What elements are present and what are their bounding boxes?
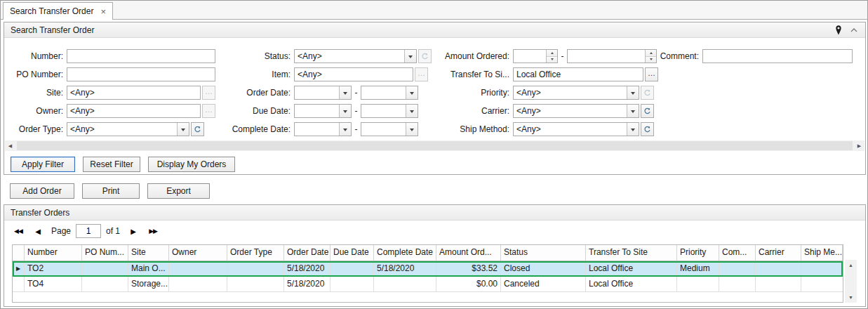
row-selector-cell: ▶ [13, 261, 25, 276]
column-header-number[interactable]: Number [25, 245, 82, 261]
range-separator: - [352, 124, 361, 134]
range-separator: - [558, 51, 567, 61]
order-date-to-select[interactable] [361, 86, 418, 100]
previous-page-button[interactable]: ◀ [29, 223, 46, 239]
item-browse-button[interactable]: … [415, 67, 428, 81]
site-field[interactable]: <Any> [67, 86, 201, 100]
column-header-carrier[interactable]: Carrier [756, 245, 801, 261]
cell-ship-method [801, 261, 843, 276]
column-header-order-type[interactable]: Order Type [227, 245, 284, 261]
cell-due-date [330, 277, 374, 291]
comment-input[interactable] [702, 49, 853, 63]
chevron-down-icon[interactable] [627, 86, 639, 99]
column-header-po-number[interactable]: PO Num... [82, 245, 128, 261]
scroll-left-icon[interactable]: ◀ [5, 140, 15, 151]
complete-date-from-select[interactable] [294, 122, 352, 136]
site-browse-button[interactable]: … [202, 86, 215, 100]
chevron-down-icon[interactable] [406, 123, 418, 136]
column-header-ship-method[interactable]: Ship Me... [801, 245, 843, 261]
amount-ordered-from-spinner[interactable] [513, 49, 558, 63]
tab-close-icon[interactable]: × [100, 7, 106, 16]
due-date-to-value [361, 105, 406, 117]
transfer-orders-panel: Transfer Orders ◀◀ ◀ Page of 1 ▶ ▶▶ Numb… [4, 204, 866, 307]
chevron-down-icon[interactable] [339, 123, 351, 136]
column-header-priority[interactable]: Priority [677, 245, 719, 261]
column-header-order-date[interactable]: Order Date [284, 245, 330, 261]
apply-filter-button[interactable]: Apply Filter [11, 157, 75, 172]
row-selector-header [13, 245, 25, 261]
last-page-button[interactable]: ▶▶ [145, 223, 161, 239]
order-type-refresh-button[interactable] [191, 122, 204, 136]
chevron-down-icon[interactable] [339, 105, 351, 117]
page-number-input[interactable] [76, 224, 101, 238]
spin-down-icon[interactable] [547, 56, 557, 63]
page-count-label: of 1 [104, 226, 122, 236]
column-header-site[interactable]: Site [128, 245, 169, 261]
comment-label: Comment: [639, 51, 702, 61]
po-number-label: PO Number: [6, 70, 67, 79]
spin-up-icon[interactable] [547, 50, 557, 56]
item-value: <Any> [298, 70, 322, 79]
chevron-down-icon[interactable] [404, 50, 416, 63]
complete-date-to-select[interactable] [361, 122, 418, 136]
table-row[interactable]: TO4 Storage... 5/18/2020 $0.00 Canceled … [13, 277, 843, 292]
owner-browse-button[interactable]: … [202, 104, 215, 118]
order-type-value: <Any> [67, 123, 177, 136]
chevron-down-icon[interactable] [406, 86, 418, 99]
first-page-button[interactable]: ◀◀ [10, 223, 27, 239]
column-header-amount-ordered[interactable]: Amount Ord... [436, 245, 501, 261]
chevron-down-icon[interactable] [339, 86, 351, 99]
ship-method-select[interactable]: <Any> [513, 122, 639, 136]
ship-method-refresh-button[interactable] [641, 122, 654, 136]
export-button[interactable]: Export [147, 183, 210, 199]
display-my-orders-button[interactable]: Display My Orders [148, 157, 235, 172]
add-order-button[interactable]: Add Order [10, 183, 74, 199]
status-refresh-button[interactable] [418, 49, 432, 63]
scroll-up-icon[interactable]: ▲ [845, 260, 857, 270]
column-header-transfer-to-site[interactable]: Transfer To Site [586, 245, 677, 261]
chevron-down-icon[interactable] [406, 105, 418, 117]
cell-order-type [227, 261, 284, 276]
priority-select[interactable]: <Any> [513, 86, 639, 100]
transfer-to-site-browse-button[interactable]: … [645, 67, 658, 81]
next-page-button[interactable]: ▶ [125, 223, 142, 239]
chevron-down-icon[interactable] [627, 105, 639, 117]
print-button[interactable]: Print [82, 183, 140, 199]
column-header-comment[interactable]: Com... [719, 245, 756, 261]
current-row-icon: ▶ [16, 266, 20, 272]
column-header-owner[interactable]: Owner [169, 245, 227, 261]
reset-filter-button[interactable]: Reset Filter [83, 157, 140, 172]
order-type-select[interactable]: <Any> [67, 122, 189, 136]
column-header-complete-date[interactable]: Complete Date [374, 245, 436, 261]
po-number-input[interactable] [67, 67, 215, 81]
due-date-from-select[interactable] [294, 104, 352, 118]
hscroll-thumb[interactable] [17, 141, 853, 150]
order-date-from-select[interactable] [294, 86, 352, 100]
scroll-right-icon[interactable]: ▶ [854, 140, 864, 151]
carrier-refresh-button[interactable] [641, 104, 654, 118]
filter-amount-ordered: Amount Ordered: - [432, 48, 657, 64]
order-date-to-value [361, 86, 406, 99]
table-vertical-scrollbar[interactable]: ▲ ▼ [845, 260, 857, 303]
chevron-down-icon[interactable] [177, 123, 189, 136]
due-date-to-select[interactable] [361, 104, 418, 118]
owner-field[interactable]: <Any> [67, 104, 201, 118]
number-input[interactable] [67, 49, 215, 63]
hscroll-track[interactable] [15, 140, 854, 151]
column-header-due-date[interactable]: Due Date [330, 245, 374, 261]
column-header-status[interactable]: Status [501, 245, 586, 261]
table-row[interactable]: ▶ TO2 Main O... 5/18/2020 5/18/2020 $33.… [13, 261, 843, 277]
collapse-panel-icon[interactable] [849, 25, 859, 36]
pin-icon[interactable] [834, 25, 843, 36]
cell-transfer-to-site: Local Office [586, 261, 677, 276]
transfer-to-site-field[interactable]: Local Office [513, 67, 643, 81]
tab-search-transfer-order[interactable]: Search Transfer Order × [3, 2, 113, 20]
chevron-down-icon[interactable] [627, 123, 639, 136]
status-select[interactable]: <Any> [294, 49, 417, 63]
carrier-select[interactable]: <Any> [513, 104, 639, 118]
priority-refresh-button[interactable] [641, 86, 654, 100]
item-field[interactable]: <Any> [294, 67, 413, 81]
filter-horizontal-scrollbar[interactable]: ◀ ▶ [5, 140, 864, 151]
scroll-down-icon[interactable]: ▼ [845, 292, 857, 303]
transfer-to-site-value: Local Office [516, 70, 561, 79]
